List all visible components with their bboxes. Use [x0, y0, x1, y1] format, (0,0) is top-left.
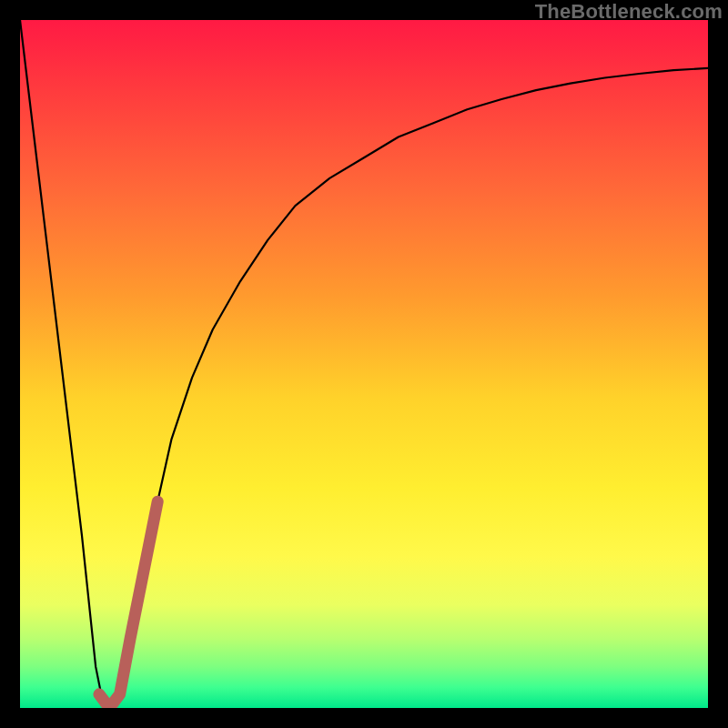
chart-frame: TheBottleneck.com	[0, 0, 728, 728]
bottleneck-curve	[20, 20, 708, 708]
watermark-text: TheBottleneck.com	[535, 0, 723, 24]
chart-plot-area	[20, 20, 708, 708]
chart-svg	[20, 20, 708, 708]
highlight-segment	[99, 501, 157, 708]
